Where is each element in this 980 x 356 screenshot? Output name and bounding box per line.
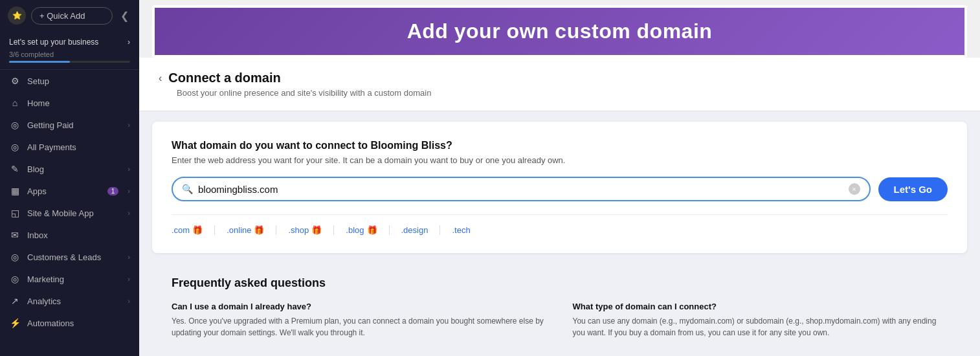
home-icon: ⌂: [9, 98, 21, 108]
tld-icon: 🎁: [192, 225, 203, 235]
faq-answer-1: You can use any domain (e.g., mydomain.c…: [573, 315, 948, 339]
progress-bar: [9, 61, 130, 63]
tld-icon: 🎁: [367, 225, 377, 235]
clear-input-button[interactable]: ×: [849, 183, 860, 195]
setup-title[interactable]: Let's set up your business ›: [9, 38, 130, 47]
sidebar-item-inbox[interactable]: ✉ Inbox: [0, 224, 139, 246]
tld-icon: 🎁: [311, 225, 322, 235]
automations-icon: ⚡: [9, 318, 21, 328]
nav-label-marketing: Marketing: [27, 274, 121, 284]
tld-label: .com: [172, 225, 190, 235]
tld-label: .tech: [452, 225, 470, 235]
faq-section: Frequently asked questions Can I use a d…: [139, 263, 980, 351]
setup-section[interactable]: Let's set up your business › 3/6 complet…: [0, 31, 139, 70]
sidebar-item-analytics[interactable]: ↗ Analytics ›: [0, 290, 139, 312]
sidebar-item-marketing[interactable]: ◎ Marketing ›: [0, 268, 139, 290]
nav-arrow-blog: ›: [128, 165, 130, 173]
faq-answer-0: Yes. Once you've upgraded with a Premium…: [172, 315, 547, 339]
sidebar-item-site-mobile[interactable]: ◱ Site & Mobile App ›: [0, 202, 139, 224]
tld-icon: 🎁: [254, 225, 264, 235]
quick-add-button[interactable]: + Quick Add: [31, 7, 113, 25]
tld-item-blog[interactable]: .blog🎁: [334, 225, 389, 235]
analytics-icon: ↗: [9, 296, 21, 306]
getting-paid-icon: ◎: [9, 120, 21, 130]
faq-question-1: What type of domain can I connect?: [573, 302, 948, 311]
search-icon: 🔍: [182, 184, 193, 194]
tld-label: .online: [227, 225, 251, 235]
apps-icon: ▦: [9, 186, 21, 196]
connect-domain-header: ‹ Connect a domain: [159, 71, 961, 85]
inbox-icon: ✉: [9, 230, 21, 240]
faq-question-0: Can I use a domain I already have?: [172, 302, 547, 311]
tld-item-tech[interactable]: .tech: [440, 225, 482, 235]
nav-label-apps: Apps: [27, 186, 101, 196]
sidebar-item-apps[interactable]: ▦ Apps 1 ›: [0, 180, 139, 202]
tld-label: .blog: [346, 225, 364, 235]
connect-domain-header-section: ‹ Connect a domain Boost your online pre…: [139, 58, 980, 111]
faq-item-1: What type of domain can I connect? You c…: [573, 302, 948, 339]
nav-items: ⚙ Setup ⌂ Home ◎ Getting Paid › ◎ All Pa…: [0, 70, 139, 334]
connect-domain-title: Connect a domain: [168, 71, 280, 85]
lets-go-button[interactable]: Let's Go: [878, 177, 948, 201]
nav-arrow-site-mobile: ›: [128, 209, 130, 217]
sidebar-collapse-button[interactable]: ❮: [118, 7, 131, 25]
nav-arrow-analytics: ›: [128, 297, 130, 305]
marketing-icon: ◎: [9, 274, 21, 284]
setup-icon: ⚙: [9, 76, 21, 86]
nav-arrow-marketing: ›: [128, 275, 130, 283]
content-area: ‹ Connect a domain Boost your online pre…: [139, 58, 980, 356]
sidebar-item-setup[interactable]: ⚙ Setup: [0, 70, 139, 92]
sidebar-item-customers-leads[interactable]: ◎ Customers & Leads ›: [0, 246, 139, 268]
nav-badge-apps: 1: [107, 187, 119, 195]
tld-item-design[interactable]: .design: [390, 225, 441, 235]
back-button[interactable]: ‹: [159, 72, 162, 84]
domain-card-title: What domain do you want to connect to Bl…: [172, 140, 948, 151]
tld-item-com[interactable]: .com🎁: [172, 225, 215, 235]
domain-search-row: 🔍 × Let's Go: [172, 177, 948, 201]
nav-label-customers-leads: Customers & Leads: [27, 252, 121, 262]
nav-label-automations: Automations: [27, 318, 130, 328]
nav-label-site-mobile: Site & Mobile App: [27, 208, 121, 218]
faq-item-0: Can I use a domain I already have? Yes. …: [172, 302, 547, 339]
nav-label-all-payments: All Payments: [27, 142, 130, 152]
nav-arrow-apps: ›: [128, 187, 130, 195]
domain-input-wrap[interactable]: 🔍 ×: [172, 177, 871, 201]
nav-arrow-getting-paid: ›: [128, 121, 130, 129]
tld-label: .shop: [288, 225, 309, 235]
promo-banner: Add your own custom domain: [152, 5, 967, 58]
setup-progress: 3/6 completed: [9, 50, 130, 63]
tld-item-shop[interactable]: .shop🎁: [276, 225, 334, 235]
sidebar-item-automations[interactable]: ⚡ Automations: [0, 312, 139, 334]
nav-label-blog: Blog: [27, 164, 121, 174]
site-mobile-icon: ◱: [9, 208, 21, 218]
sidebar-top: ⭐ + Quick Add ❮: [0, 0, 139, 31]
nav-label-inbox: Inbox: [27, 230, 130, 240]
blog-icon: ✎: [9, 164, 21, 174]
faq-grid: Can I use a domain I already have? Yes. …: [172, 302, 948, 339]
sidebar-item-blog[interactable]: ✎ Blog ›: [0, 158, 139, 180]
tld-item-online[interactable]: .online🎁: [215, 225, 276, 235]
domain-input[interactable]: [198, 184, 843, 195]
sidebar-item-home[interactable]: ⌂ Home: [0, 92, 139, 114]
nav-label-home: Home: [27, 98, 130, 108]
sidebar-item-all-payments[interactable]: ◎ All Payments: [0, 136, 139, 158]
nav-label-getting-paid: Getting Paid: [27, 120, 121, 130]
tld-label: .design: [401, 225, 429, 235]
sidebar: ⭐ + Quick Add ❮ Let's set up your busine…: [0, 0, 139, 356]
connect-domain-subtitle: Boost your online presence and site's vi…: [177, 88, 961, 98]
tld-row: .com🎁.online🎁.shop🎁.blog🎁.design.tech: [172, 214, 948, 235]
nav-arrow-customers-leads: ›: [128, 253, 130, 261]
progress-fill: [9, 61, 70, 63]
sidebar-item-getting-paid[interactable]: ◎ Getting Paid ›: [0, 114, 139, 136]
logo-icon: ⭐: [8, 6, 26, 25]
nav-label-setup: Setup: [27, 76, 130, 86]
nav-label-analytics: Analytics: [27, 296, 121, 306]
customers-leads-icon: ◎: [9, 252, 21, 262]
domain-card: What domain do you want to connect to Bl…: [152, 122, 967, 253]
all-payments-icon: ◎: [9, 142, 21, 152]
domain-card-subtitle: Enter the web address you want for your …: [172, 155, 948, 165]
faq-title: Frequently asked questions: [172, 276, 948, 290]
main: Add your own custom domain ‹ Connect a d…: [139, 0, 980, 356]
